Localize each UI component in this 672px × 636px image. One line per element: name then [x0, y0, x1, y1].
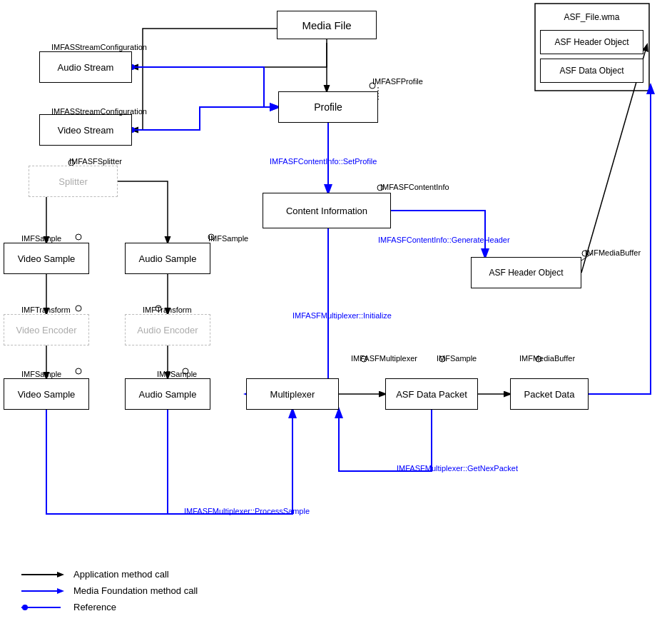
- svg-point-18: [76, 306, 81, 311]
- audio-stream-box: Audio Stream: [39, 51, 132, 83]
- packet-data-box: Packet Data: [510, 378, 589, 410]
- imf-sample-audio1-label: IMFSample: [208, 234, 248, 243]
- imf-sample-mux-label: IMFSample: [437, 354, 477, 363]
- imfasf-get-next-label: IMFASFMultiplexer::GetNexPacket: [397, 464, 518, 473]
- legend-reference: Reference: [21, 602, 198, 612]
- packet-data-label: Packet Data: [524, 389, 575, 400]
- legend-app-method: Application method call: [21, 569, 198, 580]
- video-stream-box: Video Stream: [39, 114, 132, 146]
- imf-transform-audio-label: IMFTransform: [143, 306, 192, 314]
- video-encoder-label: Video Encoder: [16, 325, 76, 335]
- legend-ref-label: Reference: [73, 602, 116, 612]
- audio-sample-1-label: Audio Sample: [139, 253, 197, 264]
- imf-media-buffer-mux-label: IMFMediaBuffer: [519, 354, 575, 363]
- media-file-label: Media File: [302, 19, 351, 31]
- asf-file-label-box: ASF_File.wma: [540, 7, 643, 27]
- svg-marker-29: [57, 572, 64, 577]
- media-file-box: Media File: [277, 11, 377, 39]
- content-info-label: Content Information: [286, 206, 367, 216]
- video-stream-label: Video Stream: [58, 125, 114, 136]
- multiplexer-label: Multiplexer: [270, 389, 315, 400]
- video-sample-2-box: Video Sample: [4, 378, 89, 410]
- imf-sample-video2-label: IMFSample: [21, 370, 61, 378]
- imfasf-set-profile-label: IMFASFContentInfo::SetProfile: [270, 157, 377, 166]
- asf-header-obj-box: ASF Header Object: [471, 257, 581, 288]
- legend-mf-method: Media Foundation method call: [21, 585, 198, 596]
- imfasf-content-info-label: IMFASFContentInfo: [380, 183, 449, 191]
- profile-label: Profile: [314, 101, 342, 113]
- splitter-box: Splitter: [29, 166, 118, 197]
- imfas-stream-audio-label: IMFASStreamConfiguration: [51, 43, 147, 51]
- video-sample-2-label: Video Sample: [18, 389, 76, 400]
- imfasf-multiplexer-label: IMFASFMultiplexer: [351, 354, 417, 363]
- imf-transform-video-label: IMFTransform: [21, 306, 71, 314]
- profile-box: Profile: [278, 91, 378, 123]
- video-sample-1-box: Video Sample: [4, 243, 89, 274]
- asf-header-obj-label: ASF Header Object: [489, 268, 563, 278]
- asf-header-obj2-box: ASF Header Object: [540, 30, 643, 54]
- asf-data-obj-label: ASF Data Object: [559, 66, 623, 76]
- asf-header-obj2-label: ASF Header Object: [554, 37, 628, 47]
- multiplexer-box: Multiplexer: [246, 378, 339, 410]
- audio-stream-label: Audio Stream: [58, 62, 114, 73]
- content-info-box: Content Information: [263, 193, 391, 228]
- svg-marker-31: [57, 588, 64, 594]
- imf-sample-audio2-label: IMFSample: [157, 370, 197, 378]
- svg-point-33: [22, 605, 28, 610]
- legend-mf-label: Media Foundation method call: [73, 585, 198, 596]
- asf-file-label: ASF_File.wma: [564, 12, 619, 22]
- legend-app-label: Application method call: [73, 569, 169, 580]
- asf-data-packet-label: ASF Data Packet: [396, 389, 467, 400]
- imfasf-splitter-label: IMFASFSplitter: [69, 157, 122, 166]
- diagram-container: ASF_File.wma ASF Header Object ASF Data …: [0, 0, 672, 636]
- imfasf-process-label: IMFASFMultiplexer::ProcessSample: [184, 507, 310, 515]
- imfas-stream-video-label: IMFASStreamConfiguration: [51, 107, 147, 116]
- imfasf-init-label: IMFASFMultiplexer::Initialize: [292, 311, 392, 320]
- audio-encoder-box: Audio Encoder: [125, 314, 210, 345]
- video-sample-1-label: Video Sample: [18, 253, 76, 264]
- asf-data-packet-box: ASF Data Packet: [385, 378, 478, 410]
- imf-media-buffer-hdr-label: IMFMediaBuffer: [585, 248, 641, 257]
- audio-sample-2-box: Audio Sample: [125, 378, 210, 410]
- legend: Application method call Media Foundation…: [21, 569, 198, 618]
- imfasf-profile-label: IMFASFProfile: [372, 77, 423, 86]
- audio-sample-2-label: Audio Sample: [139, 389, 197, 400]
- imf-sample-video1-label: IMFSample: [21, 234, 61, 243]
- asf-data-obj-box: ASF Data Object: [540, 59, 643, 83]
- svg-point-17: [76, 234, 81, 240]
- imfasf-gen-header-label: IMFASFContentInfo::GenerateHeader: [378, 236, 510, 244]
- audio-sample-1-box: Audio Sample: [125, 243, 210, 274]
- audio-encoder-label: Audio Encoder: [137, 325, 198, 335]
- video-encoder-box: Video Encoder: [4, 314, 89, 345]
- svg-point-20: [76, 368, 81, 374]
- splitter-label: Splitter: [58, 176, 87, 187]
